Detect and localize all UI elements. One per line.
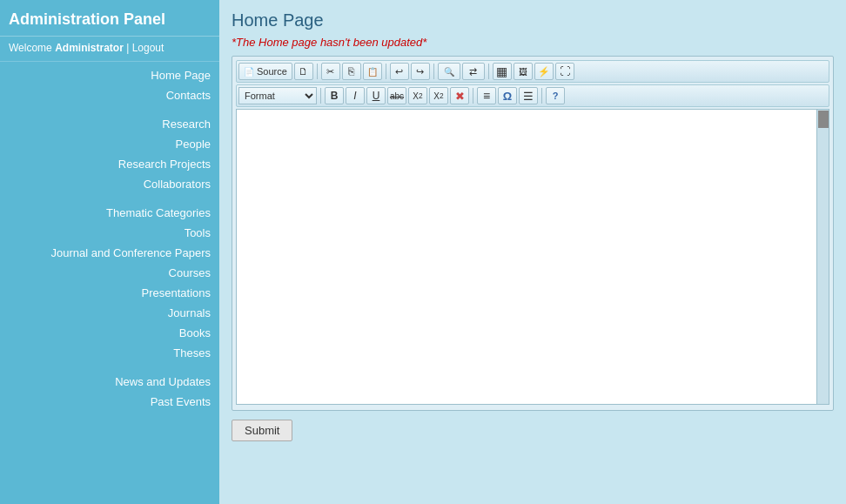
- page-title: Home Page: [232, 10, 834, 30]
- welcome-prefix: Welcome: [9, 42, 55, 54]
- sidebar-item-theses[interactable]: Theses: [0, 343, 219, 363]
- strikethrough-button[interactable]: abc: [387, 87, 406, 104]
- toolbar-separator-7: [541, 88, 542, 104]
- toolbar-separator-1: [317, 64, 318, 79]
- source-button[interactable]: 📄 Source: [238, 63, 292, 80]
- sidebar-item-courses[interactable]: Courses: [0, 263, 219, 283]
- align-button[interactable]: ≡: [477, 87, 496, 104]
- new-page-icon: 🗋: [299, 66, 308, 77]
- sidebar-title: Administration Panel: [0, 0, 219, 37]
- copy-button[interactable]: ⎘: [342, 63, 361, 80]
- sidebar-item-books[interactable]: Books: [0, 323, 219, 343]
- underline-button[interactable]: U: [366, 87, 386, 104]
- cut-icon: ✂: [326, 66, 334, 77]
- superscript-button[interactable]: X2: [429, 87, 448, 104]
- replace-button[interactable]: ⇄: [462, 63, 485, 80]
- replace-icon: ⇄: [469, 66, 477, 77]
- toolbar-separator-3: [433, 64, 434, 79]
- special-chars-button[interactable]: Ω: [498, 87, 517, 104]
- help-button[interactable]: ?: [546, 87, 565, 104]
- removeformat-button[interactable]: ✖: [450, 87, 469, 104]
- warning-text: *The Home page hasn't been updated*: [232, 36, 834, 49]
- sidebar-item-contacts[interactable]: Contacts: [0, 85, 219, 105]
- sidebar-item-people[interactable]: People: [0, 134, 219, 154]
- table-button[interactable]: ▦: [493, 63, 512, 80]
- flash-icon: ⚡: [538, 66, 550, 77]
- sidebar-item-research-projects[interactable]: Research Projects: [0, 154, 219, 174]
- sidebar: Administration Panel Welcome Administrat…: [0, 0, 219, 504]
- sidebar-item-collaborators[interactable]: Collaborators: [0, 174, 219, 194]
- italic-button[interactable]: I: [346, 87, 365, 104]
- sidebar-item-journal-conference-papers[interactable]: Journal and Conference Papers: [0, 243, 219, 263]
- scrollbar-track[interactable]: [816, 110, 829, 404]
- find-button[interactable]: 🔍: [438, 63, 460, 80]
- toolbar-separator-2: [386, 64, 386, 79]
- list-button[interactable]: ☰: [519, 87, 538, 104]
- editor-container: 📄 Source 🗋 ✂ ⎘ 📋 ↩ ↪: [232, 56, 834, 411]
- bold-button[interactable]: B: [325, 87, 344, 104]
- find-icon: 🔍: [444, 67, 454, 77]
- toolbar-separator-5: [320, 88, 321, 104]
- source-label: Source: [257, 66, 287, 77]
- main-content: Home Page *The Home page hasn't been upd…: [219, 0, 846, 504]
- submit-button[interactable]: Submit: [232, 420, 292, 441]
- maximize-button[interactable]: ⛶: [555, 63, 574, 80]
- sidebar-item-news-updates[interactable]: News and Updates: [0, 372, 219, 392]
- sidebar-item-past-events[interactable]: Past Events: [0, 392, 219, 412]
- sidebar-item-presentations[interactable]: Presentations: [0, 283, 219, 303]
- undo-icon: ↩: [395, 66, 403, 77]
- paste-button[interactable]: 📋: [363, 63, 382, 80]
- sidebar-navigation: Home Page Contacts Research People Resea…: [0, 62, 219, 415]
- image-icon: 🖼: [519, 67, 527, 77]
- redo-button[interactable]: ↪: [411, 63, 430, 80]
- sidebar-item-home-page[interactable]: Home Page: [0, 65, 219, 85]
- undo-button[interactable]: ↩: [390, 63, 409, 80]
- subscript-button[interactable]: X2: [408, 87, 427, 104]
- paste-icon: 📋: [367, 67, 378, 77]
- table-icon: ▦: [496, 64, 507, 78]
- format-select[interactable]: Format Paragraph Heading 1 Heading 2 Hea…: [238, 87, 317, 104]
- flash-button[interactable]: ⚡: [534, 63, 554, 80]
- logout-link[interactable]: Logout: [132, 42, 164, 54]
- toolbar-separator-4: [488, 64, 489, 79]
- toolbar-row-1: 📄 Source 🗋 ✂ ⎘ 📋 ↩ ↪: [236, 60, 829, 83]
- cut-button[interactable]: ✂: [321, 63, 340, 80]
- toolbar-separator-6: [473, 88, 473, 104]
- sidebar-item-tools[interactable]: Tools: [0, 223, 219, 243]
- sidebar-item-thematic-categories[interactable]: Thematic Categories: [0, 203, 219, 223]
- sidebar-item-journals[interactable]: Journals: [0, 303, 219, 323]
- image-button[interactable]: 🖼: [514, 63, 533, 80]
- copy-icon: ⎘: [348, 65, 354, 77]
- sidebar-item-research[interactable]: Research: [0, 114, 219, 134]
- admin-name: Administrator: [55, 42, 124, 54]
- redo-icon: ↪: [416, 66, 424, 77]
- toolbar-row-2: Format Paragraph Heading 1 Heading 2 Hea…: [236, 84, 829, 107]
- editor-content-area[interactable]: [236, 109, 829, 405]
- sidebar-welcome: Welcome Administrator | Logout: [0, 37, 219, 62]
- source-icon: 📄: [244, 67, 254, 77]
- scrollbar-thumb[interactable]: [818, 111, 829, 128]
- maximize-icon: ⛶: [560, 65, 570, 77]
- new-page-button[interactable]: 🗋: [294, 63, 313, 80]
